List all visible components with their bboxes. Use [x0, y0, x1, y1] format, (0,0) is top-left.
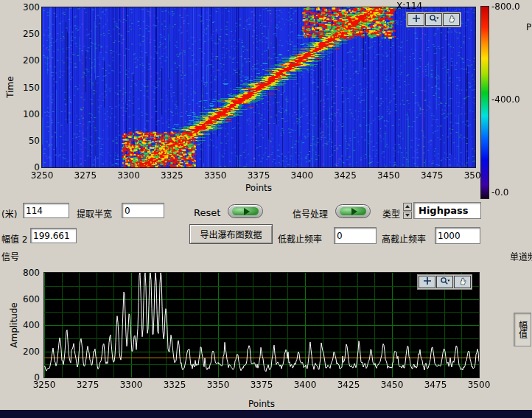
hand-icon	[458, 276, 467, 288]
x-tick-label: 3375	[251, 380, 273, 390]
waterfall-pan-tool-button[interactable]	[443, 13, 460, 26]
signal-plot-area[interactable]	[44, 273, 479, 377]
y-tick-label: 600	[23, 294, 40, 304]
x-tick-label: 3300	[120, 380, 143, 390]
crosshair-icon	[412, 14, 421, 25]
wave-x-axis-title: Points	[248, 399, 275, 409]
wave-graph-palette	[417, 274, 472, 290]
amplitude2-label: 幅值 2	[1, 232, 27, 245]
x-tick-label: 3250	[31, 170, 54, 181]
meters-label: (米)	[1, 207, 17, 220]
colorbar-tick-label: -800.0	[491, 1, 520, 12]
wave-x-tick-labels: 3250327533003325335033753400342534503475…	[44, 380, 479, 390]
x-tick-label: 3375	[248, 170, 270, 181]
reset-button[interactable]	[228, 204, 263, 218]
y-tick-label: 400	[23, 320, 40, 330]
color-scale-bar	[480, 6, 489, 199]
play-arrow-icon	[351, 208, 357, 215]
extract-half-width-input[interactable]	[122, 203, 164, 218]
waterfall-zoom-tool-button[interactable]	[425, 13, 442, 26]
hand-icon	[447, 14, 456, 25]
zoom-icon	[429, 14, 439, 25]
waterfall-x-axis-title: Points	[245, 183, 272, 193]
labview-front-panel: Time 300250200150100500 X:114 3250327533…	[0, 0, 532, 418]
bottom-graph-edge	[0, 410, 532, 418]
zoom-icon	[440, 276, 450, 288]
play-arrow-icon	[244, 208, 250, 215]
x-tick-label: 3350	[204, 170, 227, 181]
x-tick-label: 3275	[77, 380, 99, 390]
clipped-right-text: P	[526, 22, 531, 32]
spin-down-button[interactable]	[403, 212, 412, 220]
single-channel-section-label: 单道频	[510, 250, 532, 262]
amplitude2-input[interactable]	[30, 228, 77, 243]
triangle-up-icon	[405, 205, 410, 208]
y-tick-label: 50	[29, 136, 40, 146]
meters-input[interactable]	[23, 203, 69, 218]
x-tick-label: 3500	[468, 380, 491, 390]
type-label: 类型	[382, 207, 400, 220]
right-vertical-label: 幅值	[514, 313, 531, 346]
y-tick-label: 250	[23, 29, 40, 39]
reset-label: Reset	[194, 207, 220, 218]
low-cutoff-input[interactable]	[334, 227, 377, 244]
x-tick-label: 3250	[33, 380, 56, 390]
crosshair-icon	[423, 276, 432, 288]
waterfall-x-tick-labels: 3250327533003325335033753400342534503475…	[42, 170, 475, 181]
wave-crosshair-tool-button[interactable]	[419, 276, 435, 288]
x-tick-label: 3450	[377, 170, 400, 181]
waterfall-plot-area[interactable]	[42, 7, 475, 167]
x-tick-label: 3450	[381, 380, 404, 390]
y-tick-label: 150	[23, 83, 40, 93]
x-tick-label: 3475	[421, 170, 444, 181]
y-tick-label: 200	[23, 55, 40, 66]
x-tick-label: 3275	[74, 170, 97, 181]
export-waterfall-data-button[interactable]: 导出瀑布图数据	[189, 224, 273, 244]
y-tick-label: 300	[23, 2, 40, 13]
spin-up-button[interactable]	[403, 203, 412, 211]
wave-y-tick-labels: 8006004002000	[18, 273, 40, 377]
x-tick-label: 3300	[117, 170, 140, 181]
triangle-down-icon	[405, 214, 410, 217]
x-tick-label: 3350	[207, 380, 230, 390]
signal-section-label: 信号	[1, 250, 19, 262]
type-spinner	[403, 203, 412, 219]
waterfall-graph-palette	[406, 12, 461, 27]
high-cutoff-label: 高截止频率	[382, 232, 426, 245]
color-scale-labels: -800.0-400.0-0.0	[491, 1, 530, 198]
waterfall-cursor-readout: X:114	[396, 1, 422, 11]
signal-processing-toggle[interactable]	[335, 204, 371, 218]
signal-processing-label: 信号处理	[293, 207, 328, 220]
colorbar-tick-label: -400.0	[491, 94, 520, 105]
wave-pan-tool-button[interactable]	[454, 276, 471, 288]
x-tick-label: 3400	[291, 170, 314, 181]
colorbar-tick-label: -0.0	[491, 187, 508, 198]
y-tick-label: 800	[23, 268, 40, 278]
x-tick-label: 3325	[164, 380, 186, 390]
x-tick-label: 3425	[337, 380, 360, 390]
x-tick-label: 3400	[294, 380, 317, 390]
x-tick-label: 3325	[161, 170, 183, 181]
low-cutoff-label: 低截止频率	[278, 232, 322, 245]
high-cutoff-input[interactable]	[435, 227, 480, 244]
x-tick-label: 3475	[424, 380, 447, 390]
filter-type-ring[interactable]: Highpass	[413, 202, 481, 219]
extract-half-width-label: 提取半宽	[77, 207, 112, 220]
x-tick-label: 3425	[334, 170, 357, 181]
y-tick-label: 100	[23, 109, 40, 119]
y-tick-label: 200	[23, 346, 40, 357]
waterfall-crosshair-tool-button[interactable]	[407, 13, 424, 26]
waterfall-y-tick-labels: 300250200150100500	[13, 7, 40, 167]
wave-zoom-tool-button[interactable]	[436, 276, 453, 288]
